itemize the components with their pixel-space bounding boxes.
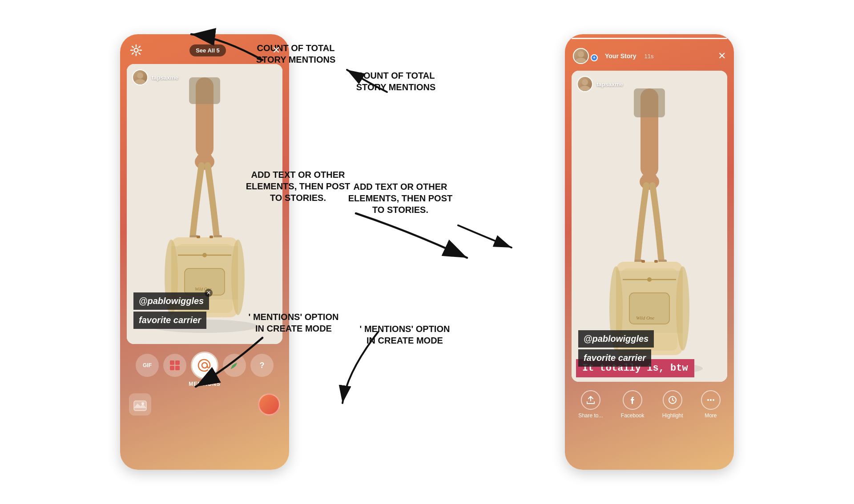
right-carrier-text: favorite carrier [584, 353, 646, 363]
leaf-icon [228, 359, 241, 372]
svg-rect-59 [654, 260, 658, 263]
close-button[interactable]: ✕ [272, 45, 280, 55]
phone-bottom-row [120, 390, 289, 424]
svg-point-32 [141, 402, 144, 405]
svg-point-1 [137, 72, 143, 79]
svg-rect-27 [175, 366, 180, 370]
annotations-area: COUNT OF TOTAL STORY MENTIONS ADD TEXT O… [334, 34, 520, 470]
mentions-button[interactable] [191, 352, 218, 379]
right-user-avatar [573, 48, 589, 64]
question-icon: ? [260, 361, 265, 370]
svg-rect-58 [641, 260, 645, 263]
facebook-icon [623, 390, 642, 410]
share-to-item[interactable]: Share to... [578, 390, 603, 419]
facebook-item[interactable]: Facebook [621, 390, 645, 419]
progress-segment [572, 38, 727, 39]
right-text-block-2: favorite carrier [578, 349, 651, 367]
svg-point-28 [202, 363, 207, 368]
svg-point-63 [710, 399, 712, 401]
progress-bar [565, 34, 734, 40]
svg-point-62 [707, 399, 709, 401]
right-username: Your Story [605, 52, 636, 60]
user-avatar [132, 69, 148, 85]
svg-point-56 [647, 277, 652, 282]
highlight-icon [663, 390, 682, 410]
layout-button[interactable] [163, 354, 186, 377]
story-text-block-1: @pablowiggles [133, 292, 209, 310]
bag-scene: tapsaxme [127, 64, 282, 344]
gallery-icon [133, 397, 147, 412]
svg-point-19 [202, 253, 207, 257]
svg-rect-21 [197, 236, 200, 238]
more-icon [701, 390, 721, 410]
see-all-badge[interactable]: See All 5 [189, 44, 226, 56]
svg-point-36 [578, 51, 584, 57]
gallery-button[interactable] [129, 393, 151, 416]
svg-point-2 [135, 79, 145, 84]
story-user-row: tapsaxme [132, 69, 178, 85]
story-mention-text: @pablowiggles [139, 296, 204, 306]
facebook-label: Facebook [621, 412, 645, 419]
svg-rect-43 [634, 88, 665, 117]
svg-point-39 [580, 86, 590, 91]
svg-point-37 [576, 58, 586, 63]
highlight-item[interactable]: Highlight [662, 390, 683, 419]
story-text-block-2: favorite carrier [133, 312, 206, 329]
left-phone-top-bar: See All 5 ✕ [120, 34, 289, 62]
svg-rect-25 [175, 360, 180, 365]
svg-point-64 [713, 399, 714, 401]
svg-point-0 [134, 48, 138, 52]
story-username: tapsaxme [152, 74, 178, 81]
story-time: 11s [645, 53, 654, 60]
right-top-bar: + Your Story 11s ✕ [565, 40, 734, 68]
more-item[interactable]: More [701, 390, 721, 419]
main-container: See All 5 ✕ tapsaxme [0, 0, 854, 504]
svg-rect-6 [189, 77, 220, 104]
capture-button[interactable] [258, 393, 280, 416]
share-to-icon [581, 390, 600, 410]
svg-rect-22 [209, 236, 213, 238]
right-story-username: tapsaxme [596, 81, 623, 88]
left-phone: See All 5 ✕ tapsaxme [120, 34, 289, 470]
right-bag-scene: tapsaxme [572, 71, 727, 382]
svg-point-38 [582, 79, 588, 85]
share-bar: Share to... Facebook [565, 384, 734, 426]
story-text-overlay: @pablowiggles favorite carrier ✕ [133, 292, 209, 331]
more-label: More [705, 412, 717, 419]
grid-squares-icon [169, 360, 181, 371]
leaf-button[interactable] [223, 354, 246, 377]
arrow-2-svg [334, 159, 520, 270]
at-sign-icon [197, 358, 212, 372]
right-text-block-1: @pablowiggles [578, 330, 654, 348]
right-story-user-row: tapsaxme [577, 76, 623, 92]
svg-rect-24 [170, 360, 174, 365]
story-carrier-text: favorite carrier [139, 315, 201, 325]
toolbar: GIF [120, 346, 289, 381]
gif-button[interactable]: GIF [136, 354, 159, 377]
svg-rect-26 [170, 366, 174, 370]
svg-point-17 [231, 240, 245, 315]
svg-text:Wild One: Wild One [636, 315, 654, 320]
mentions-label: MENTIONS [120, 381, 289, 390]
question-button[interactable]: ? [250, 354, 274, 377]
right-phone: + Your Story 11s ✕ tapsaxme [565, 34, 734, 470]
right-story-avatar [577, 76, 593, 92]
share-to-label: Share to... [578, 412, 603, 419]
right-mention-text: @pablowiggles [584, 334, 649, 344]
arrow-3-svg [334, 292, 520, 434]
right-story-text-overlay: @pablowiggles favorite carrier [578, 330, 654, 368]
right-story-card: tapsaxme [572, 71, 727, 382]
story-card: tapsaxme [127, 64, 282, 344]
highlight-label: Highlight [662, 412, 683, 419]
add-story-indicator: + [591, 54, 598, 61]
svg-point-54 [676, 266, 689, 351]
gear-icon[interactable] [129, 43, 143, 57]
right-close-button[interactable]: ✕ [718, 50, 726, 62]
